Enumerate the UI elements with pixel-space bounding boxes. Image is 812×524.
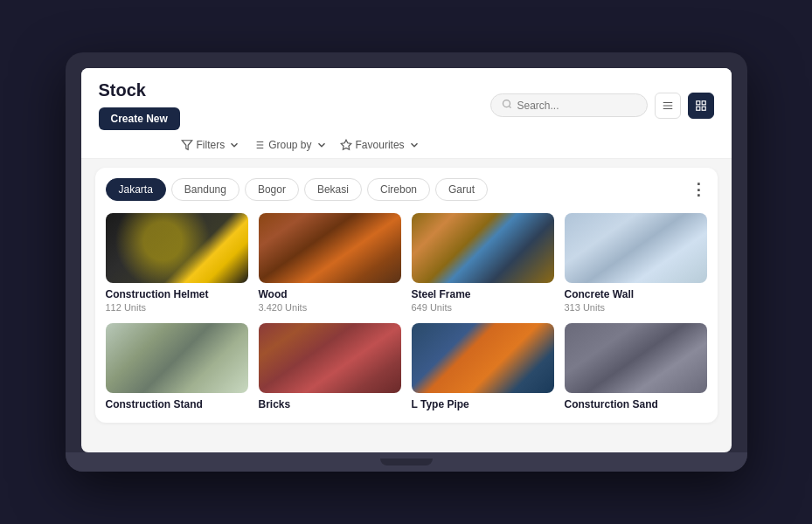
stock-card-title: Concrete Wall bbox=[565, 288, 707, 300]
stock-card-image bbox=[106, 323, 248, 393]
stock-card-units: 3.420 Units bbox=[259, 302, 401, 313]
tab-cirebon[interactable]: Cirebon bbox=[367, 178, 430, 201]
search-icon bbox=[502, 99, 512, 112]
svg-line-1 bbox=[509, 106, 510, 107]
stock-card-title: Construction Helmet bbox=[106, 288, 248, 300]
svg-marker-9 bbox=[182, 141, 192, 150]
tab-bandung[interactable]: Bandung bbox=[171, 178, 239, 201]
svg-point-0 bbox=[503, 100, 510, 107]
stock-card-container: Jakarta Bandung Bogor Bekasi Cirebon Gar… bbox=[95, 168, 718, 423]
filters-button[interactable]: Filters bbox=[181, 139, 241, 151]
stock-card-image bbox=[565, 323, 707, 393]
svg-rect-8 bbox=[702, 107, 705, 110]
stock-card-units: 313 Units bbox=[565, 302, 707, 313]
stock-card-item[interactable]: Concrete Wall 313 Units bbox=[565, 213, 707, 313]
stock-grid: Construction Helmet 112 Units Wood 3.420… bbox=[106, 213, 707, 412]
location-tabs: Jakarta Bandung Bogor Bekasi Cirebon Gar… bbox=[106, 178, 707, 201]
page-title: Stock bbox=[99, 80, 180, 100]
laptop-base bbox=[66, 452, 747, 472]
stock-card-image bbox=[259, 213, 401, 283]
tabs-more-button[interactable]: ⋮ bbox=[691, 182, 707, 197]
stock-card-item[interactable]: Construction Stand bbox=[106, 323, 248, 412]
search-box[interactable] bbox=[490, 93, 648, 117]
stock-card-item[interactable]: L Type Pipe bbox=[412, 323, 554, 412]
stock-card-title: Wood bbox=[259, 288, 401, 300]
main-content: Jakarta Bandung Bogor Bekasi Cirebon Gar… bbox=[81, 159, 732, 452]
stock-card-image bbox=[412, 213, 554, 283]
laptop-frame: Stock Create New bbox=[66, 52, 747, 472]
svg-marker-16 bbox=[341, 140, 351, 149]
grid-view-button[interactable] bbox=[688, 93, 714, 119]
header-actions-row: Filters Group by bbox=[99, 139, 714, 151]
create-new-button[interactable]: Create New bbox=[99, 107, 180, 130]
stock-card-units: 112 Units bbox=[106, 302, 248, 313]
stock-card-item[interactable]: Bricks bbox=[259, 323, 401, 412]
svg-rect-5 bbox=[696, 100, 699, 104]
group-by-button[interactable]: Group by bbox=[253, 139, 327, 151]
stock-card-units: 649 Units bbox=[412, 302, 554, 313]
laptop-notch bbox=[380, 458, 433, 465]
stock-card-image bbox=[259, 323, 401, 393]
stock-card-title: Construction Stand bbox=[106, 398, 248, 410]
svg-rect-7 bbox=[696, 107, 699, 110]
tab-bekasi[interactable]: Bekasi bbox=[304, 178, 362, 201]
stock-card-image bbox=[412, 323, 554, 393]
stock-card-title: L Type Pipe bbox=[412, 398, 554, 410]
app-header: Stock Create New bbox=[81, 68, 732, 159]
favourites-button[interactable]: Favourites bbox=[340, 139, 420, 151]
stock-card-item[interactable]: Wood 3.420 Units bbox=[259, 213, 401, 313]
stock-card-item[interactable]: Consturction Sand bbox=[565, 323, 707, 412]
stock-card-title: Bricks bbox=[259, 398, 401, 410]
tab-bogor[interactable]: Bogor bbox=[245, 178, 299, 201]
stock-card-image bbox=[106, 213, 248, 283]
tab-jakarta[interactable]: Jakarta bbox=[106, 178, 166, 201]
stock-card-image bbox=[565, 213, 707, 283]
stock-card-item[interactable]: Steel Frame 649 Units bbox=[412, 213, 554, 313]
search-input[interactable] bbox=[517, 100, 636, 112]
stock-card-item[interactable]: Construction Helmet 112 Units bbox=[106, 213, 248, 313]
app-container: Stock Create New bbox=[81, 68, 732, 452]
stock-card-title: Consturction Sand bbox=[565, 398, 707, 410]
tab-garut[interactable]: Garut bbox=[435, 178, 488, 201]
header-top-row: Stock Create New bbox=[99, 80, 714, 130]
list-view-button[interactable] bbox=[655, 93, 681, 119]
stock-card-title: Steel Frame bbox=[412, 288, 554, 300]
header-right bbox=[490, 93, 714, 119]
svg-rect-6 bbox=[702, 100, 705, 104]
laptop-screen: Stock Create New bbox=[81, 68, 732, 452]
